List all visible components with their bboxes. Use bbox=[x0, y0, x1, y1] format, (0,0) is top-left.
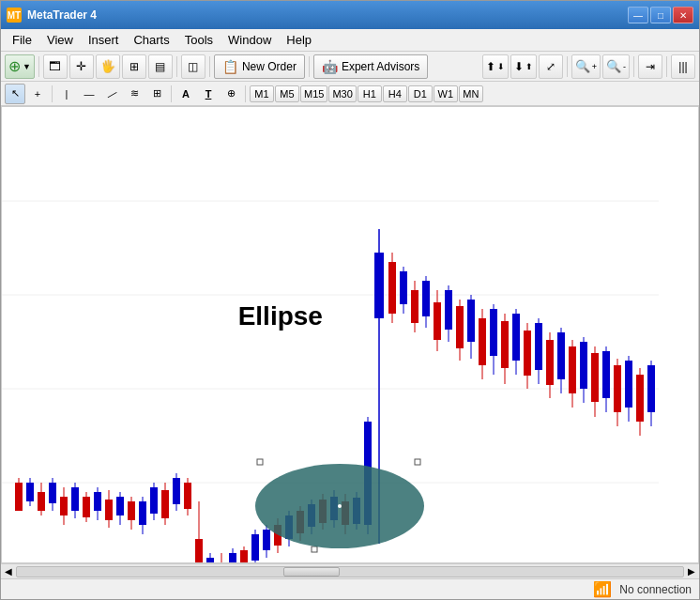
svg-rect-118 bbox=[647, 365, 655, 412]
drawing-separator-1 bbox=[52, 85, 53, 102]
horizontal-scrollbar[interactable]: ◀ ▶ bbox=[1, 563, 699, 578]
svg-rect-20 bbox=[94, 492, 101, 511]
chart-canvas bbox=[2, 107, 698, 562]
timeframe-bar: M1 M5 M15 M30 H1 H4 D1 W1 MN bbox=[250, 85, 483, 102]
svg-rect-16 bbox=[71, 487, 79, 511]
svg-rect-88 bbox=[479, 318, 486, 365]
svg-rect-106 bbox=[580, 342, 587, 389]
scrollbar-track[interactable] bbox=[16, 566, 684, 577]
svg-rect-108 bbox=[591, 353, 599, 402]
svg-rect-104 bbox=[569, 346, 576, 393]
svg-rect-102 bbox=[557, 332, 565, 379]
tf-m30[interactable]: M30 bbox=[328, 85, 356, 102]
scroll-right-button[interactable]: ⇥ bbox=[638, 54, 662, 79]
svg-rect-8 bbox=[26, 483, 34, 501]
title-bar: MT MetaTrader 4 — □ ✕ bbox=[1, 1, 699, 29]
svg-rect-92 bbox=[501, 321, 509, 368]
buy-button[interactable]: ⬆⬇ bbox=[482, 54, 509, 79]
svg-point-123 bbox=[338, 504, 342, 508]
label-tool-button[interactable]: T bbox=[198, 84, 219, 104]
menu-window[interactable]: Window bbox=[221, 31, 279, 49]
menu-insert[interactable]: Insert bbox=[81, 31, 127, 49]
svg-rect-78 bbox=[422, 281, 430, 316]
period-sep-button[interactable]: ||| bbox=[671, 54, 695, 79]
properties-button[interactable]: ▤ bbox=[148, 54, 173, 79]
crosshair-tool-button[interactable]: + bbox=[27, 84, 48, 104]
svg-rect-12 bbox=[49, 483, 56, 503]
gann-fan-button[interactable]: ⊞ bbox=[146, 84, 167, 104]
tf-h1[interactable]: H1 bbox=[358, 85, 382, 102]
drawing-separator-3 bbox=[245, 85, 246, 102]
close-trade-button[interactable]: ⤢ bbox=[539, 54, 563, 79]
maximize-button[interactable]: □ bbox=[650, 7, 671, 23]
new-order-button[interactable]: 📋 New Order bbox=[214, 54, 305, 79]
menu-tools[interactable]: Tools bbox=[177, 31, 221, 49]
chart-area[interactable]: Ellipse bbox=[1, 106, 699, 563]
sell-button[interactable]: ⬇⬆ bbox=[510, 54, 537, 79]
menu-help[interactable]: Help bbox=[279, 31, 319, 49]
tf-m5[interactable]: M5 bbox=[275, 85, 299, 102]
svg-rect-48 bbox=[251, 534, 259, 561]
toolbar-separator-1 bbox=[38, 56, 39, 77]
back-button[interactable]: 🗔 bbox=[43, 54, 68, 79]
scrollbar-thumb[interactable] bbox=[283, 567, 340, 577]
tf-m15[interactable]: M15 bbox=[300, 85, 327, 102]
tf-w1[interactable]: W1 bbox=[434, 85, 458, 102]
tf-d1[interactable]: D1 bbox=[408, 85, 433, 102]
svg-rect-38 bbox=[195, 539, 203, 562]
svg-rect-34 bbox=[173, 478, 180, 504]
tf-mn[interactable]: MN bbox=[459, 85, 483, 102]
svg-rect-26 bbox=[128, 501, 135, 520]
fib-button[interactable]: ⊕ bbox=[221, 84, 241, 104]
toolbar-separator-4 bbox=[309, 56, 310, 77]
cursor-tool-button[interactable]: ↖ bbox=[5, 84, 25, 104]
expert-icon: 🤖 bbox=[322, 59, 338, 74]
templates-button[interactable]: ◫ bbox=[181, 54, 205, 79]
vertical-line-button[interactable]: | bbox=[56, 84, 77, 104]
svg-rect-70 bbox=[374, 253, 384, 318]
svg-rect-18 bbox=[83, 497, 90, 517]
scroll-left-button[interactable]: ◀ bbox=[1, 564, 16, 579]
svg-rect-121 bbox=[312, 546, 317, 552]
toolbar-separator-2 bbox=[176, 56, 177, 77]
svg-rect-112 bbox=[614, 365, 621, 412]
title-bar-text: MetaTrader 4 bbox=[27, 8, 97, 22]
app-icon: MT bbox=[7, 8, 22, 23]
tf-m1[interactable]: M1 bbox=[250, 85, 274, 102]
menu-bar: File View Insert Charts Tools Window Hel… bbox=[1, 29, 699, 52]
toolbar-separator-5 bbox=[567, 56, 568, 77]
text-tool-button[interactable]: A bbox=[175, 84, 196, 104]
svg-rect-74 bbox=[400, 271, 407, 304]
zoom-out-button[interactable]: 🔍- bbox=[602, 54, 630, 79]
title-bar-left: MT MetaTrader 4 bbox=[7, 8, 97, 23]
svg-rect-94 bbox=[512, 314, 520, 361]
menu-file[interactable]: File bbox=[5, 31, 39, 49]
status-bar: 📶 No connection bbox=[1, 578, 699, 599]
svg-rect-10 bbox=[38, 492, 45, 511]
scroll-right-button[interactable]: ▶ bbox=[684, 564, 699, 579]
zoom-in-button[interactable]: 🔍+ bbox=[571, 54, 601, 79]
svg-rect-86 bbox=[467, 300, 475, 342]
minimize-button[interactable]: — bbox=[628, 7, 648, 23]
connection-icon: 📶 bbox=[593, 580, 612, 598]
channel-tool-button[interactable]: ≋ bbox=[124, 84, 145, 104]
crosshair-button[interactable]: ✛ bbox=[69, 54, 94, 79]
menu-charts[interactable]: Charts bbox=[126, 31, 176, 49]
svg-rect-100 bbox=[546, 340, 554, 385]
svg-rect-32 bbox=[161, 490, 169, 518]
new-chart-button[interactable]: ⊕ ▼ bbox=[5, 54, 35, 79]
svg-rect-50 bbox=[263, 530, 270, 550]
move-button[interactable]: 🖐 bbox=[96, 54, 120, 79]
toolbar-separator-7 bbox=[666, 56, 667, 77]
tf-h4[interactable]: H4 bbox=[383, 85, 407, 102]
svg-rect-110 bbox=[602, 351, 610, 398]
horizontal-line-button[interactable]: — bbox=[79, 84, 99, 104]
toolbar-main: ⊕ ▼ 🗔 ✛ 🖐 ⊞ ▤ ◫ 📋 New Order bbox=[1, 52, 699, 82]
title-bar-controls: — □ ✕ bbox=[628, 7, 693, 23]
zoom-select-button[interactable]: ⊞ bbox=[122, 54, 146, 79]
trend-line-button[interactable]: — bbox=[98, 79, 126, 107]
menu-view[interactable]: View bbox=[39, 31, 81, 49]
expert-advisors-button[interactable]: 🤖 Expert Advisors bbox=[313, 54, 428, 79]
close-button[interactable]: ✕ bbox=[673, 7, 693, 23]
svg-rect-30 bbox=[150, 487, 158, 514]
